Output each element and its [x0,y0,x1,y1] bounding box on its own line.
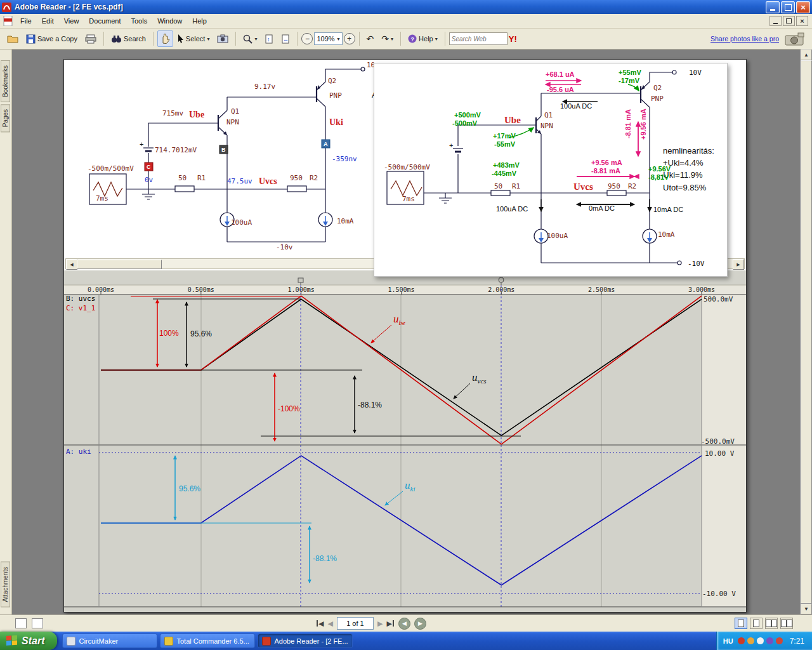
previous-view-button[interactable]: ◀ [398,618,410,630]
close-button[interactable]: × [796,1,810,13]
schematic-right-labels: +68.1 uA-95.6 uA+55mV-17mVQ2PNP10V100uA … [384,69,714,268]
language-indicator[interactable]: HU [723,637,733,645]
first-page-button[interactable]: ◀ [316,620,324,628]
sidebar-tab-attachments[interactable]: Attachments [1,562,10,607]
plot-annotation: -88.1% [313,554,337,563]
vertical-scrollbar[interactable]: ▲ ▼ [801,50,812,614]
continuous-facing-layout-button[interactable] [780,618,793,629]
last-page-button[interactable]: ▶ [386,620,394,628]
continuous-layout-button[interactable] [750,618,763,629]
page-number-input[interactable] [337,617,374,630]
start-label: Start [22,635,44,647]
open-button[interactable] [4,30,22,47]
hand-icon [160,34,170,44]
circuit-label: 100uA [231,218,252,227]
menu-view[interactable]: View [59,15,84,27]
doc-close-button[interactable]: × [796,16,808,26]
statusbar-left-icons [15,618,43,628]
sidebar-tab-pages[interactable]: Pages [1,104,10,132]
doc-minimize-button[interactable] [769,16,782,26]
snapshot-button[interactable] [214,30,232,47]
page-panel-icon[interactable] [15,618,27,628]
toolbar-separator [400,32,401,46]
circuit-label: 10mA [337,217,354,225]
start-button[interactable]: Start [0,632,57,650]
axis-label: -10.00 V [702,590,736,598]
maximize-button[interactable] [781,1,795,13]
fit-height-button[interactable]: ↕ [261,30,277,47]
select-tool-button[interactable]: Select ▾ [174,30,213,47]
rotate-left-button[interactable]: ↶ [363,30,377,47]
print-button[interactable] [82,30,100,47]
document-window-buttons: × [768,16,808,26]
hand-tool-button[interactable] [157,30,173,47]
circuit-label: 47.5uv [227,177,252,185]
scroll-left-arrow[interactable]: ◀ [66,259,77,270]
menu-tools[interactable]: Tools [126,15,153,27]
circuit-label: +17mV [493,132,516,140]
scroll-up-arrow[interactable]: ▲ [801,50,812,60]
scroll-right-arrow[interactable]: ▶ [733,259,744,270]
help-label: Help [419,35,433,43]
window-title: Adobe Reader - [2 FE vcs.pdf] [15,3,764,11]
zoom-out-button[interactable]: − [301,33,313,44]
menu-document[interactable]: Document [84,15,126,27]
circuit-label: -8.81 mA [624,109,632,138]
scrollbar-thumb[interactable] [77,260,162,269]
doc-restore-button[interactable] [783,16,795,26]
circuit-label: Uvcs [259,176,277,186]
next-page-button[interactable]: ▶ [377,620,383,628]
tray-icon[interactable] [738,637,745,644]
search-web-input[interactable] [449,32,508,45]
circuit-label: R2 [628,182,636,190]
taskbar-task[interactable]: CircuitMaker [62,633,157,648]
menu-edit[interactable]: Edit [37,15,59,27]
tray-icon[interactable] [747,637,754,644]
zoom-in-button[interactable]: + [344,33,355,44]
scroll-down-arrow[interactable]: ▼ [801,604,812,614]
share-photos-link[interactable]: Share photos like a pro [709,35,780,43]
yahoo-icon[interactable]: Y! [509,34,517,44]
circuit-label: PNP [329,91,342,100]
facing-layout-button[interactable] [765,618,778,629]
zoom-tool-button[interactable]: ▾ [240,30,260,47]
pdf-document-icon [3,16,13,26]
menu-file[interactable]: File [15,15,37,27]
tray-icon[interactable] [757,637,764,644]
cursor-marker-2[interactable] [499,277,504,282]
circuit-label: +68.1 uA [546,70,575,78]
single-page-layout-button[interactable] [735,618,747,629]
circuit-label: 10mA DC [653,206,683,213]
zoom-level-combo[interactable]: 109% ▾ [314,32,342,45]
circuit-label: +9.56 mA [639,109,647,140]
circuit-label: NPN [540,122,553,130]
help-button[interactable]: ? Help ▾ [405,30,441,47]
rotate-right-button[interactable]: ↷▾ [378,30,396,47]
taskbar-task[interactable]: Adobe Reader - [2 FE... [258,633,353,648]
next-view-button[interactable]: ▶ [414,618,426,630]
menu-help[interactable]: Help [187,15,212,27]
circuit-label: 7ms [402,195,415,203]
toolbar: Save a Copy Search [0,29,812,50]
taskbar-task[interactable]: Total Commander 6.5... [160,633,255,648]
fit-width-button[interactable]: ↔ [278,30,293,47]
minimize-button[interactable] [766,1,780,13]
toolbar-separator [297,32,298,46]
scrollbar-thumb[interactable] [801,60,812,604]
schematic-overlay-image: +68.1 uA-95.6 uA+55mV-17mVQ2PNP10V100uA … [374,63,728,277]
cursor-marker-1[interactable] [298,278,303,282]
circuit-label: 9.17v [254,83,275,91]
circuit-label: -500mV [452,119,478,127]
search-button[interactable]: Search [108,30,149,47]
menu-window[interactable]: Window [152,15,187,27]
doc-status-icon[interactable] [32,618,43,628]
tray-icon[interactable] [766,637,773,644]
sidebar-tab-bookmarks[interactable]: Bookmarks [1,60,10,102]
circuit-label: 950 [608,182,620,190]
tray-icon[interactable] [776,637,783,644]
circuit-label: R2 [310,174,318,182]
previous-page-button[interactable]: ◀ [327,620,332,628]
save-a-copy-button[interactable]: Save a Copy [23,30,81,47]
camera-art-icon [784,30,806,47]
circuit-label: 950 [290,174,303,182]
